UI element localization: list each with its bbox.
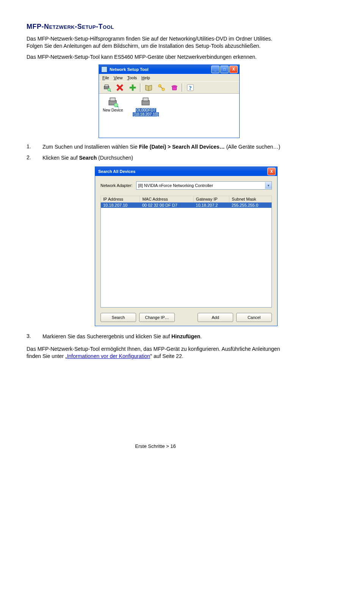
outro-link[interactable]: Informationen vor der Konfiguration — [67, 353, 150, 359]
step-text: Zum Suchen und Installieren wählen Sie — [42, 144, 139, 150]
menu-help[interactable]: Help — [140, 75, 152, 80]
outro-para: Das MFP-Netzwerk-Setup-Tool ermöglicht I… — [27, 345, 284, 360]
printer-icon — [140, 97, 152, 107]
adapter-row: Network Adapter: [8] NVIDIA nForce Netwo… — [100, 181, 272, 190]
search-button[interactable]: Search — [100, 313, 136, 322]
col-gw[interactable]: Gateway IP — [193, 196, 229, 203]
svg-rect-19 — [143, 98, 148, 101]
col-ip[interactable]: IP Address — [101, 196, 140, 203]
device-label: New Device — [103, 108, 123, 112]
svg-point-2 — [108, 88, 110, 91]
empty-area — [101, 208, 272, 308]
result-row-selected[interactable]: 10.18.207.10 00 02 32 00 DF D7 10.18.207… — [101, 203, 272, 208]
intro-para-1: Das MFP-Netzwerk-Setup-Hilfsprogramm fin… — [27, 35, 284, 50]
close-button[interactable]: X — [267, 168, 276, 175]
book-icon[interactable] — [143, 83, 154, 93]
device-list-area: New Device OL00DFD7 (10.18.207.10) — [99, 94, 239, 138]
col-mac[interactable]: MAC Address — [140, 196, 193, 203]
device-label: OL00DFD7 — [136, 108, 157, 112]
menu-view[interactable]: View — [112, 75, 125, 80]
window-title: Search All Devices — [98, 169, 267, 174]
svg-rect-11 — [173, 87, 177, 90]
minimize-button[interactable]: _ — [211, 66, 220, 73]
intro-para-2: Das MFP-Netzwerk-Setup-Tool kann ES5460 … — [27, 53, 284, 61]
svg-line-17 — [117, 106, 119, 107]
window-titlebar: Network Setup Tool _ □ X — [99, 65, 239, 74]
svg-text:?: ? — [189, 85, 191, 91]
adapter-label: Network Adapter: — [100, 183, 132, 188]
step-text: (Alle Geräte suchen…) — [225, 144, 280, 150]
svg-rect-15 — [110, 98, 115, 101]
separator — [140, 83, 141, 92]
phone-icon[interactable] — [169, 83, 180, 93]
chevron-down-icon: ▼ — [265, 182, 271, 189]
cancel-button[interactable]: Cancel — [236, 313, 272, 322]
step-text: (Durchsuchen) — [97, 155, 133, 161]
step-3: 3. Markieren Sie das Sucherergebnis und … — [27, 333, 284, 340]
ordered-list: 3. Markieren Sie das Sucherergebnis und … — [27, 333, 284, 340]
page-footer: Erste Schritte > 16 — [27, 443, 284, 449]
step-1: 1. Zum Suchen und Installieren wählen Si… — [27, 143, 284, 151]
button-row: Search Change IP… Add Cancel — [100, 313, 272, 322]
adapter-value: [8] NVIDIA nForce Networking Controller — [138, 183, 213, 188]
step-number: 1. — [27, 143, 42, 151]
close-button[interactable]: X — [229, 66, 238, 73]
svg-line-3 — [110, 91, 111, 92]
outro-text: " auf Seite 22. — [150, 353, 183, 359]
menu-file[interactable]: FFileile — [100, 75, 111, 80]
step-number: 2. — [27, 154, 42, 162]
menu-tools[interactable]: Tools — [125, 75, 139, 80]
menu-bar: FFileile View Tools Help — [99, 74, 239, 81]
printer-search-icon[interactable] — [101, 83, 113, 93]
cell-mask: 255.255.255.0 — [229, 203, 272, 208]
cable-icon[interactable] — [156, 83, 167, 93]
toolbar: ? — [99, 81, 239, 94]
printer-icon — [107, 97, 119, 107]
svg-rect-18 — [142, 100, 149, 105]
window-title: Network Setup Tool — [110, 67, 210, 72]
ordered-list: 1. Zum Suchen und Installieren wählen Si… — [27, 143, 284, 162]
step-bold: File (Datei) > Search All Devices… — [139, 144, 224, 150]
change-ip-button[interactable]: Change IP… — [139, 313, 175, 322]
device-discovered-selected[interactable]: OL00DFD7 (10.18.207.10) — [133, 97, 159, 116]
step-text: Markieren Sie das Sucherergebnis und kli… — [42, 333, 171, 339]
device-new[interactable]: New Device — [103, 97, 123, 112]
step-2: 2. Klicken Sie auf Search (Durchsuchen) — [27, 154, 284, 162]
help-icon[interactable]: ? — [185, 83, 196, 93]
results-table: IP Address MAC Address Gateway IP Subnet… — [100, 196, 272, 308]
step-number: 3. — [27, 333, 42, 340]
add-button[interactable]: Add — [198, 313, 233, 322]
screenshot-search-all-devices: Search All Devices X Network Adapter: [8… — [95, 166, 278, 326]
window-titlebar: Search All Devices X — [95, 167, 277, 176]
app-icon — [101, 66, 107, 72]
cell-mac: 00 02 32 00 DF D7 — [140, 203, 193, 208]
svg-rect-1 — [105, 85, 108, 86]
separator — [182, 83, 183, 92]
step-text: Klicken Sie auf — [42, 155, 79, 161]
step-bold: Hinzufügen — [171, 333, 200, 339]
device-ip: (10.18.207.10) — [133, 112, 159, 116]
step-text: . — [200, 333, 202, 339]
step-bold: Search — [79, 155, 97, 161]
cell-ip: 10.18.207.10 — [101, 203, 140, 208]
adapter-dropdown[interactable]: [8] NVIDIA nForce Networking Controller … — [136, 181, 272, 190]
add-icon[interactable] — [127, 83, 138, 93]
page-heading: MFP-Netzwerk-Setup-Tool — [27, 23, 284, 31]
screenshot-network-setup-tool: Network Setup Tool _ □ X FFileile View T… — [99, 64, 240, 138]
spacer — [178, 313, 195, 322]
cell-gw: 10.18.207.2 — [193, 203, 229, 208]
col-mask[interactable]: Subnet Mask — [229, 196, 272, 203]
maximize-button[interactable]: □ — [220, 66, 229, 73]
delete-icon[interactable] — [114, 83, 126, 93]
